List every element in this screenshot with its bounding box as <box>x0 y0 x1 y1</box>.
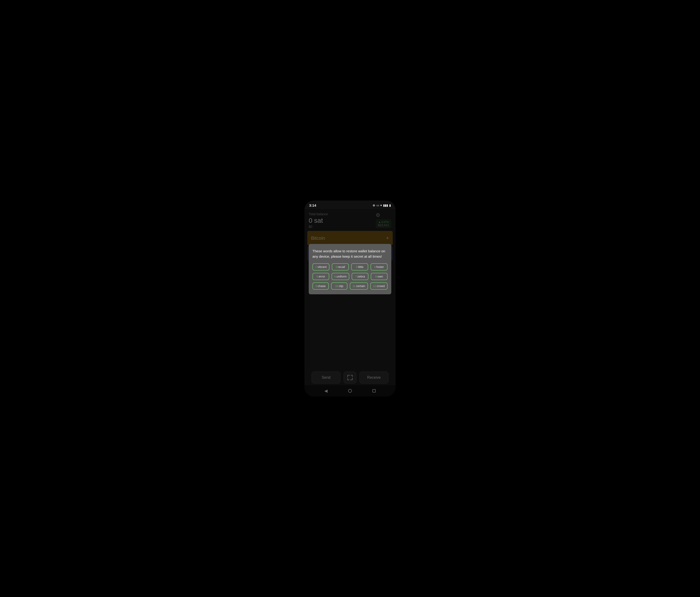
seed-phrase-modal: These words allow to restore wallet bala… <box>309 244 391 294</box>
seed-word-8: 8own <box>371 273 388 280</box>
modal-overlay[interactable] <box>304 209 396 396</box>
seed-row-3: 9chase 10clip 11certain 12crowd <box>312 282 388 290</box>
status-time: 3:14 <box>309 203 316 207</box>
seed-word-9: 9chase <box>312 282 329 290</box>
seed-word-4: 4foster <box>371 263 388 270</box>
seed-row-2: 5error 6uniform 7zebra 8own <box>312 273 388 280</box>
clipboard-icon: ▭ <box>376 204 379 207</box>
media-icon: ⊕ <box>373 204 375 207</box>
seed-word-7: 7zebra <box>352 273 369 280</box>
modal-description: These words allow to restore wallet bala… <box>312 249 388 259</box>
wifi-icon: ▾ <box>380 204 382 207</box>
seed-word-10: 10clip <box>331 282 347 290</box>
signal-icon: ▮▮▮ <box>383 204 388 207</box>
seed-word-6: 6uniform <box>331 273 349 280</box>
seed-word-3: 3little <box>351 263 368 270</box>
seed-word-grid: 1vibrant 2recall 3little 4foster 5error <box>312 263 388 290</box>
status-bar: 3:14 ⊕ ▭ ▾ ▮▮▮ ▮ <box>304 201 396 209</box>
seed-word-2: 2recall <box>332 263 349 270</box>
main-content: Total balance 0 sat $0 ⚙ ▲ 0.07% $23,411… <box>304 209 396 396</box>
battery-icon: ▮ <box>389 204 391 207</box>
seed-word-11: 11certain <box>350 282 368 290</box>
status-icons: ⊕ ▭ ▾ ▮▮▮ ▮ <box>373 204 391 207</box>
seed-word-5: 5error <box>312 273 329 280</box>
seed-row-1: 1vibrant 2recall 3little 4foster <box>312 263 388 270</box>
seed-word-12: 12crowd <box>370 282 388 290</box>
seed-word-1: 1vibrant <box>312 263 329 270</box>
